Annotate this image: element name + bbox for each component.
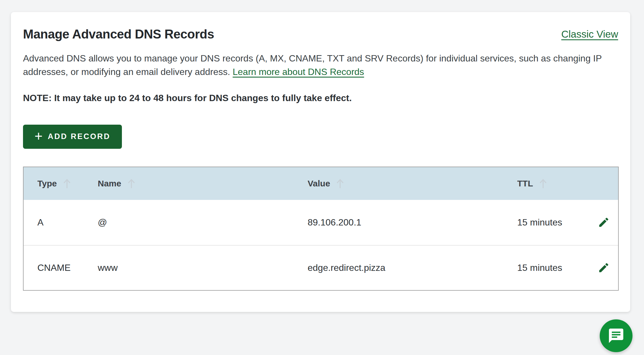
- arrow-up-icon: [127, 178, 136, 189]
- dns-records-table: Type Name Value TTL: [23, 167, 619, 291]
- page-title: Manage Advanced DNS Records: [23, 27, 214, 41]
- pencil-icon: [598, 216, 610, 228]
- table-row: A @ 89.106.200.1 15 minutes: [24, 200, 618, 245]
- dns-records-card: Manage Advanced DNS Records Classic View…: [11, 12, 630, 312]
- record-type: A: [24, 217, 98, 228]
- add-record-label: ADD RECORD: [48, 132, 110, 141]
- pencil-icon: [598, 262, 610, 274]
- record-value: 89.106.200.1: [308, 217, 517, 228]
- column-header-type[interactable]: Type: [24, 178, 98, 189]
- record-ttl: 15 minutes: [517, 263, 589, 273]
- column-header-value[interactable]: Value: [308, 178, 517, 189]
- chat-button[interactable]: [600, 319, 632, 352]
- record-actions-cell: [589, 215, 618, 230]
- column-label: Value: [308, 179, 330, 188]
- table-header-row: Type Name Value TTL: [24, 167, 618, 200]
- plus-icon: +: [34, 129, 43, 143]
- learn-more-link[interactable]: Learn more about DNS Records: [233, 67, 364, 77]
- column-label: TTL: [517, 179, 533, 188]
- column-header-name[interactable]: Name: [98, 178, 308, 189]
- record-ttl: 15 minutes: [517, 217, 589, 228]
- card-header-row: Manage Advanced DNS Records Classic View: [23, 12, 618, 41]
- add-record-button[interactable]: + ADD RECORD: [23, 125, 122, 149]
- record-type: CNAME: [24, 263, 98, 273]
- arrow-up-icon: [63, 178, 71, 189]
- arrow-up-icon: [539, 178, 547, 189]
- classic-view-link[interactable]: Classic View: [561, 28, 618, 40]
- column-label: Type: [37, 179, 57, 188]
- chat-bubble-icon: [607, 327, 625, 344]
- edit-record-button[interactable]: [596, 215, 612, 230]
- arrow-up-icon: [336, 178, 344, 189]
- record-value: edge.redirect.pizza: [308, 263, 517, 273]
- column-label: Name: [98, 179, 121, 188]
- edit-record-button[interactable]: [596, 260, 612, 275]
- table-row: CNAME www edge.redirect.pizza 15 minutes: [24, 245, 618, 290]
- record-actions-cell: [589, 260, 618, 275]
- record-name: www: [98, 263, 308, 273]
- column-header-ttl[interactable]: TTL: [517, 178, 589, 189]
- record-name: @: [98, 217, 308, 228]
- dns-note: NOTE: It may take up to 24 to 48 hours f…: [23, 93, 618, 103]
- intro-description: Advanced DNS allows you to manage your D…: [23, 52, 614, 79]
